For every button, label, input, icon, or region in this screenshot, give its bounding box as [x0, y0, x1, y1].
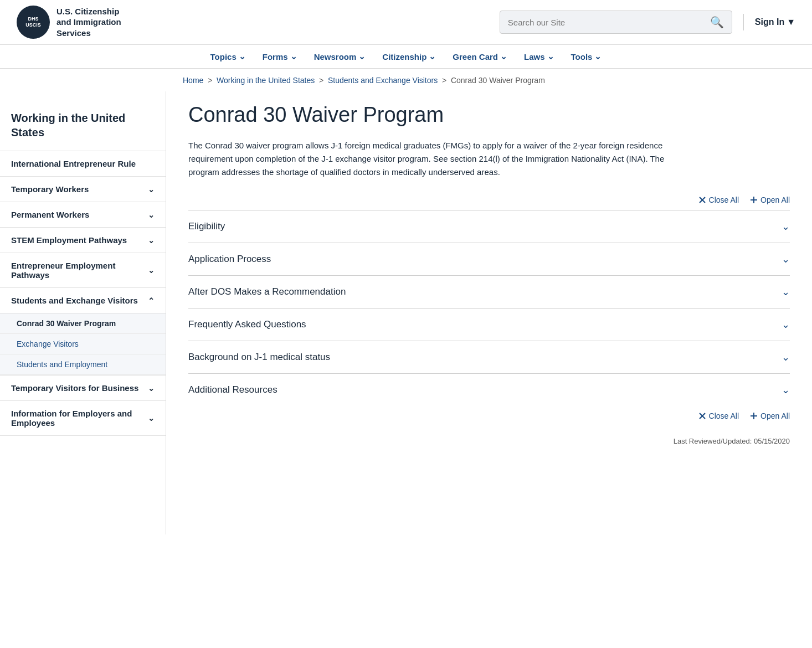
- chevron-down-icon: ⌄: [148, 185, 155, 194]
- site-header: DHSUSCIS U.S. Citizenship and Immigratio…: [0, 0, 812, 45]
- sidebar-item-students[interactable]: Students and Exchange Visitors ⌃: [0, 288, 166, 313]
- chevron-down-icon: ⌄: [782, 351, 790, 363]
- expand-icon: [750, 412, 758, 420]
- open-all-button-top[interactable]: Open All: [750, 196, 790, 204]
- accordion-header-dos[interactable]: After DOS Makes a Recommendation ⌄: [188, 276, 790, 308]
- nav-laws[interactable]: Laws ⌄: [524, 52, 554, 61]
- chevron-down-icon: ⌄: [782, 220, 790, 233]
- breadcrumb-working[interactable]: Working in the United States: [217, 76, 315, 85]
- expand-icon: [750, 196, 758, 204]
- sidebar-submenu-students: Conrad 30 Waiver Program Exchange Visito…: [0, 313, 166, 376]
- accordion-application: Application Process ⌄: [188, 243, 790, 275]
- sidebar-submenu-item-exchange[interactable]: Exchange Visitors: [0, 334, 166, 354]
- sidebar-section-title: Working in the United States: [0, 102, 166, 151]
- accordion-label-eligibility: Eligibility: [188, 221, 225, 232]
- accordion-label-background: Background on J-1 medical status: [188, 352, 330, 363]
- logo-area: DHSUSCIS U.S. Citizenship and Immigratio…: [17, 6, 121, 39]
- open-all-button-bottom[interactable]: Open All: [750, 412, 790, 420]
- chevron-down-icon: ⌄: [148, 266, 155, 275]
- sidebar-item-intl-entrepreneur[interactable]: International Entrepreneur Rule: [0, 151, 166, 177]
- chevron-up-icon: ⌃: [148, 296, 155, 305]
- search-bar[interactable]: 🔍: [500, 11, 732, 34]
- sidebar-item-label: Temporary Visitors for Business: [11, 383, 138, 393]
- breadcrumb-current: Conrad 30 Waiver Program: [451, 76, 545, 85]
- accordion-header-background[interactable]: Background on J-1 medical status ⌄: [188, 341, 790, 373]
- chevron-down-icon: ⌄: [148, 384, 155, 393]
- chevron-down-icon: ▼: [787, 17, 795, 27]
- search-input[interactable]: [508, 18, 705, 27]
- chevron-down-icon: ⌄: [358, 52, 366, 61]
- sign-in-button[interactable]: Sign In ▼: [755, 17, 795, 27]
- accordion-label-application: Application Process: [188, 254, 271, 265]
- chevron-down-icon: ⌄: [148, 414, 155, 423]
- chevron-down-icon: ⌄: [782, 253, 790, 265]
- chevron-down-icon: ⌄: [782, 318, 790, 331]
- sidebar-item-label: International Entrepreneur Rule: [11, 159, 136, 168]
- chevron-down-icon: ⌄: [148, 236, 155, 245]
- page-layout: Working in the United States Internation…: [0, 91, 812, 534]
- collapse-icon: [698, 196, 706, 204]
- chevron-down-icon: ⌄: [782, 384, 790, 396]
- close-all-button-top[interactable]: Close All: [698, 196, 739, 204]
- chevron-down-icon: ⌄: [782, 286, 790, 298]
- accordion-header-resources[interactable]: Additional Resources ⌄: [188, 374, 790, 406]
- accordion-header-faq[interactable]: Frequently Asked Questions ⌄: [188, 308, 790, 341]
- sidebar-item-temporary-workers[interactable]: Temporary Workers ⌄: [0, 177, 166, 202]
- chevron-down-icon: ⌄: [500, 52, 507, 61]
- nav-newsroom[interactable]: Newsroom ⌄: [314, 52, 366, 61]
- accordion-eligibility: Eligibility ⌄: [188, 210, 790, 243]
- sidebar-item-employers[interactable]: Information for Employers and Employees …: [0, 401, 166, 436]
- accordion-header-eligibility[interactable]: Eligibility ⌄: [188, 210, 790, 243]
- sidebar-item-label: Students and Exchange Visitors: [11, 296, 138, 305]
- chevron-down-icon: ⌄: [547, 52, 554, 61]
- sidebar-item-entrepreneur-employment[interactable]: Entrepreneur Employment Pathways ⌄: [0, 253, 166, 288]
- breadcrumb: Home > Working in the United States > St…: [0, 69, 812, 91]
- last-reviewed: Last Reviewed/Updated: 05/15/2020: [188, 437, 790, 445]
- sidebar-item-stem[interactable]: STEM Employment Pathways ⌄: [0, 228, 166, 253]
- sidebar-item-label: STEM Employment Pathways: [11, 235, 127, 245]
- nav-topics[interactable]: Topics ⌄: [210, 52, 246, 61]
- search-icon[interactable]: 🔍: [710, 16, 724, 29]
- accordion-label-faq: Frequently Asked Questions: [188, 319, 306, 330]
- breadcrumb-home[interactable]: Home: [183, 76, 203, 85]
- collapse-icon: [698, 412, 706, 420]
- accordion-label-resources: Additional Resources: [188, 384, 277, 395]
- accordion-background: Background on J-1 medical status ⌄: [188, 341, 790, 373]
- accordion-dos: After DOS Makes a Recommendation ⌄: [188, 275, 790, 308]
- sidebar: Working in the United States Internation…: [0, 91, 166, 534]
- sidebar-submenu-item-employment[interactable]: Students and Employment: [0, 354, 166, 375]
- accordion-header-application[interactable]: Application Process ⌄: [188, 243, 790, 275]
- close-all-button-bottom[interactable]: Close All: [698, 412, 739, 420]
- nav-green-card[interactable]: Green Card ⌄: [453, 52, 507, 61]
- chevron-down-icon: ⌄: [429, 52, 436, 61]
- nav-citizenship[interactable]: Citizenship ⌄: [382, 52, 436, 61]
- nav-tools[interactable]: Tools ⌄: [571, 52, 602, 61]
- sidebar-item-label: Temporary Workers: [11, 184, 89, 194]
- accordion-faq: Frequently Asked Questions ⌄: [188, 308, 790, 341]
- accordion-resources: Additional Resources ⌄: [188, 373, 790, 406]
- main-content: Conrad 30 Waiver Program The Conrad 30 w…: [166, 91, 812, 534]
- sidebar-item-label: Information for Employers and Employees: [11, 409, 148, 428]
- agency-name: U.S. Citizenship and Immigration Service…: [56, 6, 121, 39]
- chevron-down-icon: ⌄: [290, 52, 297, 61]
- page-title: Conrad 30 Waiver Program: [188, 102, 790, 128]
- accordion-label-dos: After DOS Makes a Recommendation: [188, 286, 346, 297]
- chevron-down-icon: ⌄: [239, 52, 246, 61]
- nav-forms[interactable]: Forms ⌄: [263, 52, 297, 61]
- breadcrumb-students[interactable]: Students and Exchange Visitors: [328, 76, 438, 85]
- chevron-down-icon: ⌄: [148, 210, 155, 219]
- chevron-down-icon: ⌄: [594, 52, 602, 61]
- accordion-controls-bottom: Close All Open All: [188, 412, 790, 420]
- sidebar-item-temp-visitors[interactable]: Temporary Visitors for Business ⌄: [0, 376, 166, 401]
- header-right: 🔍 Sign In ▼: [500, 11, 795, 34]
- sidebar-item-label: Permanent Workers: [11, 210, 89, 219]
- sidebar-submenu-item-conrad[interactable]: Conrad 30 Waiver Program: [0, 313, 166, 334]
- agency-seal: DHSUSCIS: [17, 6, 50, 39]
- header-divider: [743, 14, 744, 30]
- main-nav: Topics ⌄ Forms ⌄ Newsroom ⌄ Citizenship …: [0, 45, 812, 69]
- sidebar-item-label: Entrepreneur Employment Pathways: [11, 261, 148, 280]
- page-intro: The Conrad 30 waiver program allows J-1 …: [188, 139, 687, 179]
- sidebar-item-permanent-workers[interactable]: Permanent Workers ⌄: [0, 202, 166, 228]
- accordion-controls-top: Close All Open All: [188, 196, 790, 204]
